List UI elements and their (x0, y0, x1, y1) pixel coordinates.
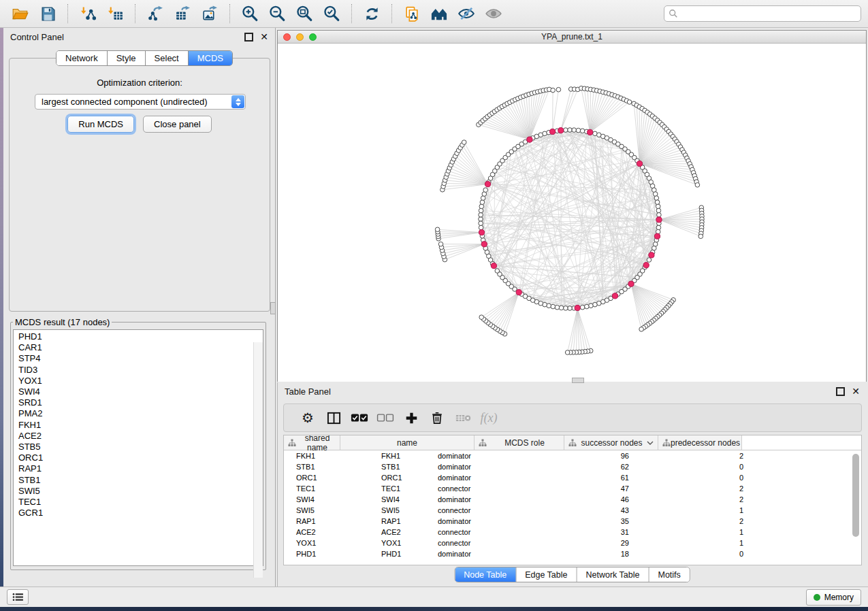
table-row[interactable]: SWI5 SWI5 connector 43 1 (284, 505, 861, 516)
memory-button[interactable]: Memory (806, 589, 861, 606)
control-panel-tab[interactable]: Select (146, 51, 189, 65)
import-network-icon (80, 5, 97, 22)
close-window-traffic-light[interactable] (283, 33, 291, 41)
table-row[interactable]: TEC1 TEC1 connector 47 2 (284, 483, 861, 494)
float-panel-icon[interactable] (836, 387, 845, 396)
table-scrollbar-thumb[interactable] (852, 454, 859, 537)
search-box[interactable] (664, 5, 861, 22)
cell-shared-name: TEC1 (284, 484, 376, 493)
cell-successor-nodes: 61 (566, 474, 656, 482)
delete-column-button[interactable] (424, 411, 450, 425)
export-network-button[interactable] (145, 3, 165, 24)
table-row[interactable]: STB1 STB1 dominator 62 0 (284, 461, 861, 472)
columns-icon (327, 411, 341, 425)
mcds-result-item[interactable]: PMA2 (18, 408, 263, 419)
optimization-criterion-select[interactable]: largest connected component (undirected) (35, 94, 246, 110)
mcds-result-list[interactable]: PHD1CAR1STP4TID3YOX1SWI4SRD1PMA2FKH1ACE2… (13, 329, 263, 566)
zoom-selected-icon (323, 5, 340, 22)
table-column-header[interactable]: MCDS role (475, 435, 564, 450)
mcds-list-scrollbar[interactable] (253, 342, 263, 578)
cell-successor-nodes: 62 (566, 463, 656, 471)
mcds-result-item[interactable]: TID3 (18, 365, 263, 376)
control-panel-tab[interactable]: Network (57, 51, 108, 65)
mcds-result-item[interactable]: YOX1 (18, 376, 263, 386)
zoom-out-button[interactable] (267, 3, 287, 24)
network-window-titlebar[interactable]: YPA_prune.txt_1 (278, 31, 866, 44)
close-panel-button[interactable]: Close panel (143, 116, 212, 133)
table-row[interactable]: ORC1 ORC1 dominator 61 0 (284, 472, 861, 483)
find-button[interactable] (429, 3, 449, 24)
hide-selected-button[interactable] (456, 3, 477, 24)
table-header-filler (742, 435, 861, 450)
table-options-button[interactable]: ⚙ (295, 411, 321, 425)
zoom-in-button[interactable] (240, 3, 260, 24)
cell-successor-nodes: 31 (566, 528, 656, 536)
save-session-button[interactable] (37, 3, 58, 24)
mcds-result-item[interactable]: STB5 (18, 442, 263, 452)
deselect-all-button[interactable] (372, 412, 398, 423)
toolbar-separator (351, 4, 352, 23)
cell-successor-nodes: 43 (566, 506, 656, 514)
mcds-result-item[interactable]: CAR1 (18, 342, 263, 353)
close-panel-icon[interactable]: ✕ (852, 386, 860, 396)
import-network-button[interactable] (78, 3, 98, 24)
delete-table-button[interactable] (450, 413, 476, 423)
cell-name: SWI5 (376, 506, 432, 514)
close-panel-icon[interactable]: ✕ (260, 32, 268, 42)
zoom-selected-button[interactable] (321, 3, 342, 24)
mcds-result-item[interactable]: ORC1 (18, 452, 263, 463)
import-table-button[interactable] (105, 3, 125, 24)
run-mcds-button[interactable]: Run MCDS (67, 116, 134, 133)
mcds-result-item[interactable]: SWI4 (18, 386, 263, 397)
mcds-result-item[interactable]: STB1 (18, 475, 263, 486)
table-row[interactable]: YOX1 YOX1 connector 29 1 (284, 538, 861, 548)
zoom-window-traffic-light[interactable] (309, 33, 317, 41)
mcds-result-item[interactable]: GCR1 (18, 508, 263, 518)
table-row[interactable]: FKH1 FKH1 dominator 96 2 (284, 450, 861, 461)
float-panel-icon[interactable] (244, 33, 253, 42)
horizontal-splitter-handle[interactable] (572, 378, 584, 383)
function-builder-button[interactable]: f(x) (476, 411, 502, 425)
select-all-button[interactable] (347, 412, 372, 423)
mcds-result-item[interactable]: RAP1 (18, 463, 263, 474)
table-row[interactable]: SWI4 SWI4 dominator 46 2 (284, 494, 861, 505)
open-file-button[interactable] (10, 3, 31, 24)
mcds-result-item[interactable]: PHD1 (18, 331, 263, 342)
mcds-result-item[interactable]: FKH1 (18, 420, 263, 431)
table-column-header[interactable]: predecessor nodes (658, 435, 742, 450)
table-panel-tab[interactable]: Edge Table (516, 567, 577, 582)
show-columns-button[interactable] (321, 411, 347, 425)
network-graph[interactable] (278, 44, 866, 382)
mcds-result-item[interactable]: TEC1 (18, 497, 263, 508)
control-panel-tab[interactable]: Style (108, 51, 146, 65)
table-column-header[interactable]: shared name (284, 435, 340, 450)
zoom-fit-content-button[interactable] (294, 3, 315, 24)
application-window: Control Panel ✕ NetworkStyleSelectMCDS O… (0, 0, 868, 611)
table-row[interactable]: PHD1 PHD1 dominator 18 0 (284, 548, 861, 559)
vertical-splitter-handle[interactable] (270, 302, 276, 314)
mcds-result-item[interactable]: STP4 (18, 353, 263, 364)
new-network-from-selection-button[interactable] (402, 3, 422, 24)
table-column-header[interactable]: successor nodes (564, 435, 658, 450)
table-row[interactable]: RAP1 RAP1 dominator 35 2 (284, 516, 861, 527)
table-panel-tab[interactable]: Motifs (649, 567, 689, 582)
zoom-in-icon (241, 5, 259, 22)
table-panel-tab[interactable]: Network Table (577, 567, 649, 582)
table-panel-tab[interactable]: Node Table (455, 567, 516, 582)
update-network-button[interactable] (361, 3, 382, 24)
control-panel-tab[interactable]: MCDS (189, 51, 232, 65)
search-input[interactable] (681, 8, 856, 19)
show-graphics-details-button[interactable] (483, 3, 504, 24)
minimize-window-traffic-light[interactable] (296, 33, 304, 41)
mcds-result-item[interactable]: SRD1 (18, 397, 263, 408)
export-table-button[interactable] (172, 3, 193, 24)
add-column-button[interactable] (398, 412, 424, 425)
mcds-result-item[interactable]: SWI5 (18, 486, 263, 497)
mcds-result-item[interactable]: ACE2 (18, 431, 263, 442)
toolbar-separator (135, 4, 135, 23)
export-image-button[interactable] (199, 3, 220, 24)
show-tasks-button[interactable] (7, 589, 29, 605)
network-canvas[interactable] (278, 44, 866, 382)
table-row[interactable]: ACE2 ACE2 connector 31 1 (284, 527, 861, 538)
table-column-header[interactable]: name (340, 435, 475, 450)
